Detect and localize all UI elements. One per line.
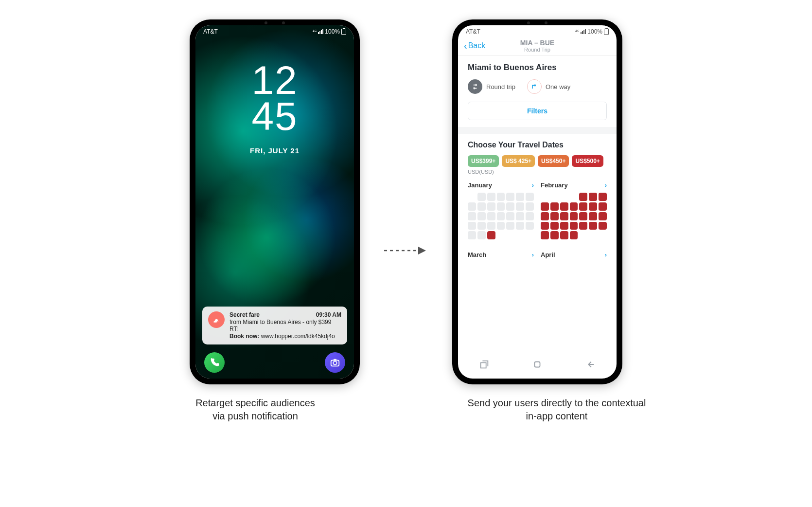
calendar-day[interactable] [487, 212, 495, 220]
calendar-day[interactable] [579, 193, 587, 201]
calendar-day[interactable] [541, 231, 549, 239]
calendar-day[interactable] [589, 222, 597, 230]
calendar-day [526, 231, 534, 239]
flow-arrow [384, 245, 428, 256]
trip-oneway-option[interactable]: One way [527, 79, 570, 94]
price-tier-4: US$500+ [572, 155, 603, 167]
calendar-day[interactable] [506, 193, 514, 201]
chevron-right-icon: › [532, 251, 534, 258]
lock-date: FRI, JULY 21 [195, 146, 354, 155]
calendar-day[interactable] [487, 202, 495, 211]
phone-app: AT&T ⁴ᴳ 100% ‹ Back MIA – BUE [452, 19, 622, 384]
calendar-day[interactable] [599, 222, 607, 230]
calendar-day[interactable] [468, 222, 476, 230]
calendar-day [506, 231, 514, 239]
battery-icon [341, 29, 346, 35]
calendar-day[interactable] [579, 202, 587, 211]
calendar-day[interactable] [560, 202, 568, 211]
calendar-day[interactable] [506, 222, 514, 230]
recents-icon[interactable] [479, 359, 490, 372]
calendar-day[interactable] [599, 212, 607, 220]
svg-rect-3 [534, 362, 540, 367]
notification-title: Secret fare [229, 311, 260, 318]
calendar-day [599, 231, 607, 239]
month-january[interactable]: January › [468, 181, 534, 239]
battery-text: 100% [587, 28, 602, 35]
calendar-day[interactable] [516, 222, 524, 230]
calendar-day[interactable] [477, 193, 486, 201]
calendar-day[interactable] [560, 231, 568, 239]
calendar-day[interactable] [526, 193, 534, 201]
calendar-day[interactable] [541, 202, 549, 211]
calendar-day[interactable] [477, 212, 486, 220]
calendar-day[interactable] [550, 212, 559, 220]
month-march[interactable]: March › [468, 251, 534, 262]
month-april[interactable]: April › [541, 251, 607, 262]
calendar-day[interactable] [526, 212, 534, 220]
chevron-right-icon: › [605, 251, 607, 258]
calendar-day[interactable] [468, 202, 476, 211]
calendar-day[interactable] [541, 212, 549, 220]
calendar-day[interactable] [570, 212, 578, 220]
calendar-day[interactable] [599, 193, 607, 201]
calendar-day[interactable] [550, 231, 559, 239]
calendar-day[interactable] [506, 212, 514, 220]
calendar-day[interactable] [550, 202, 559, 211]
home-icon[interactable] [532, 359, 543, 372]
calendar-day[interactable] [599, 202, 607, 211]
calendar-day[interactable] [497, 222, 505, 230]
calendar-day[interactable] [589, 193, 597, 201]
calendar-day [541, 193, 549, 201]
camera-app-icon[interactable] [325, 352, 345, 373]
calendar-day[interactable] [516, 212, 524, 220]
calendar-day[interactable] [497, 193, 505, 201]
push-notification[interactable]: Secret fare 09:30 AM from Miami to Bueno… [202, 307, 347, 344]
signal-icon [581, 29, 586, 34]
calendar-day[interactable] [550, 222, 559, 230]
calendar-day [497, 231, 505, 239]
notification-time: 09:30 AM [316, 311, 341, 318]
calendar-day[interactable] [497, 212, 505, 220]
calendar-day[interactable] [579, 212, 587, 220]
calendar-day[interactable] [570, 202, 578, 211]
filters-button[interactable]: Filters [468, 102, 607, 120]
currency-note: USD(USD) [468, 169, 607, 175]
calendar-day[interactable] [497, 202, 505, 211]
price-tier-2: US$ 425+ [502, 155, 535, 167]
calendar-day[interactable] [570, 231, 578, 239]
calendar-day[interactable] [487, 222, 495, 230]
trip-round-option[interactable]: Round trip [468, 79, 515, 94]
chevron-left-icon: ‹ [464, 41, 467, 51]
calendar-day[interactable] [468, 212, 476, 220]
calendar-day[interactable] [560, 222, 568, 230]
chevron-right-icon: › [605, 181, 607, 189]
calendar-day[interactable] [589, 212, 597, 220]
calendar-day[interactable] [589, 202, 597, 211]
back-softkey-icon[interactable] [585, 359, 596, 372]
calendar-day[interactable] [487, 231, 495, 239]
calendar-day[interactable] [477, 202, 486, 211]
phone-app-icon[interactable] [204, 352, 225, 373]
svg-point-1 [333, 361, 336, 364]
calendar-day[interactable] [526, 202, 534, 211]
calendar-day[interactable] [541, 222, 549, 230]
caption-left: Retarget specific audiences via push not… [153, 397, 357, 423]
calendar-day[interactable] [526, 222, 534, 230]
calendar-day[interactable] [506, 202, 514, 211]
calendar-day[interactable] [516, 202, 524, 211]
price-tier-1: US$399+ [468, 155, 499, 167]
back-button[interactable]: ‹ Back [464, 41, 485, 51]
signal-icon [318, 29, 323, 34]
calendar-day[interactable] [570, 222, 578, 230]
calendar-day [516, 231, 524, 239]
calendar-day[interactable] [516, 193, 524, 201]
calendar-day[interactable] [468, 231, 476, 239]
calendar-day[interactable] [560, 212, 568, 220]
month-february[interactable]: February › [541, 181, 607, 239]
calendar-day[interactable] [487, 193, 495, 201]
status-right: ⁴ᴳ 100% [313, 28, 346, 35]
calendar-day[interactable] [579, 222, 587, 230]
oneway-icon [527, 79, 542, 94]
calendar-day[interactable] [477, 231, 486, 239]
calendar-day[interactable] [477, 222, 486, 230]
